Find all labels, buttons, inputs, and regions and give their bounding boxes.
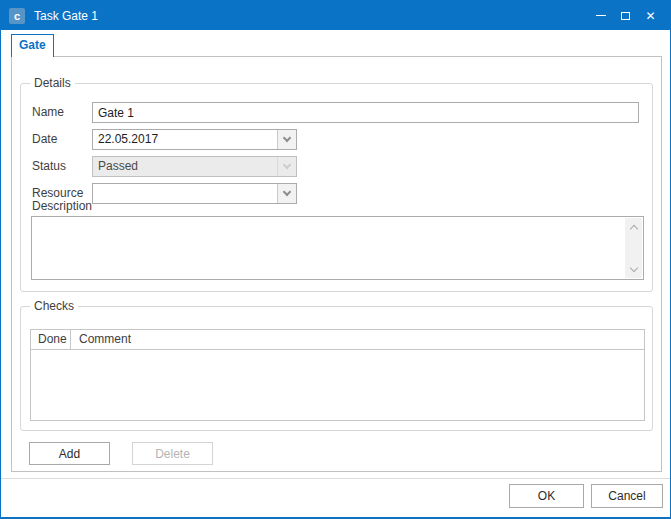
chevron-down-icon [629,263,637,271]
details-legend: Details [30,76,75,91]
name-input[interactable] [92,102,639,123]
status-combobox: Passed [92,156,297,177]
scroll-down-button[interactable] [625,265,642,273]
chevron-down-icon [283,188,291,196]
checks-table-body [31,350,644,420]
column-header-comment[interactable]: Comment [71,330,644,349]
close-button[interactable]: ✕ [638,1,663,30]
checks-table-header: Done Comment [31,330,644,350]
add-button[interactable]: Add [29,442,110,465]
cancel-button[interactable]: Cancel [591,484,663,508]
resource-combobox-value [93,184,277,203]
maximize-button[interactable] [613,1,638,30]
date-combobox[interactable]: 22.05.2017 [92,129,297,150]
chevron-up-icon [629,224,637,232]
checks-groupbox: Checks Done Comment [20,306,653,431]
footer-separator [1,478,670,479]
scroll-up-button[interactable] [625,223,642,231]
resource-dropdown-button [277,184,296,203]
chevron-down-icon [283,161,291,169]
app-icon: c [9,8,25,24]
window-title: Task Gate 1 [34,9,98,23]
chevron-down-icon [283,134,291,142]
date-dropdown-button [277,130,296,149]
name-label: Name [32,102,64,123]
resource-combobox[interactable] [92,183,297,204]
dialog-window: c Task Gate 1 ✕ Gate Details Name Date 2… [0,0,671,519]
minimize-icon [596,15,606,16]
delete-button: Delete [132,442,213,465]
titlebar: c Task Gate 1 ✕ [1,1,670,30]
checks-table: Done Comment [30,329,645,421]
maximize-icon [621,12,630,20]
status-dropdown-button [277,157,296,176]
status-combobox-value: Passed [93,157,277,176]
checks-legend: Checks [30,299,78,314]
window-controls: ✕ [588,1,663,30]
close-icon: ✕ [645,10,655,22]
description-scrollbar[interactable] [625,218,642,278]
description-textarea[interactable] [31,216,644,280]
column-header-done[interactable]: Done [31,330,71,349]
details-groupbox: Details Name Date 22.05.2017 Status Pass… [20,83,653,292]
tab-page-panel: Details Name Date 22.05.2017 Status Pass… [11,56,662,472]
ok-button[interactable]: OK [509,484,584,508]
status-label: Status [32,156,66,177]
date-label: Date [32,129,57,150]
minimize-button[interactable] [588,1,613,30]
tab-gate[interactable]: Gate [11,34,54,57]
date-combobox-value: 22.05.2017 [93,130,277,149]
description-label: Description [32,199,92,213]
